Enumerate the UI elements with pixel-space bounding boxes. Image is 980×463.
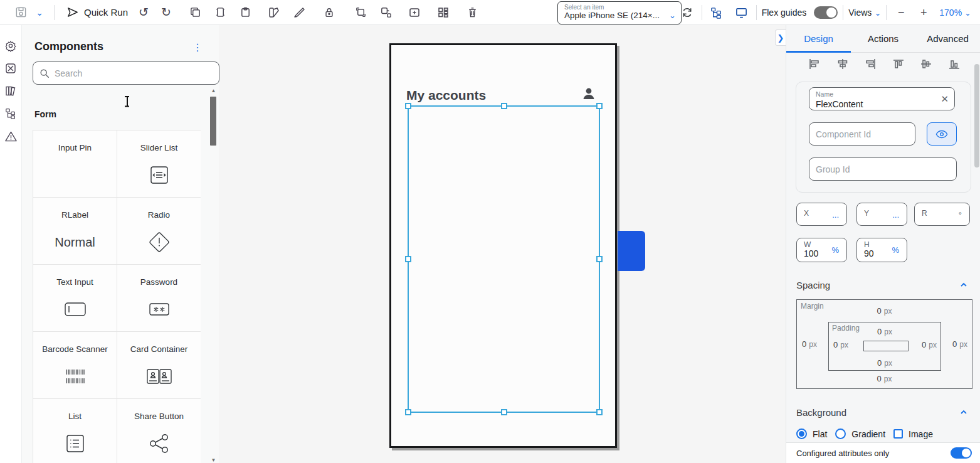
name-input[interactable] (816, 99, 948, 109)
styles-icon[interactable] (265, 3, 283, 22)
component-tile-password[interactable]: Password (117, 264, 201, 331)
spacing-collapse-chevron-icon[interactable] (960, 280, 967, 287)
group-id-input[interactable] (816, 164, 950, 174)
component-tile-barcode-scanner[interactable]: Barcode Scanner (33, 331, 117, 398)
ungroup-icon[interactable] (376, 3, 395, 22)
name-field[interactable]: Name ✕ (809, 87, 955, 110)
resize-handle-s[interactable] (501, 409, 507, 415)
device-selector[interactable]: Select an item Apple iPhone SE (214×... … (557, 1, 682, 24)
lock-icon[interactable] (320, 3, 339, 22)
margin-right-value[interactable]: 0px (952, 339, 967, 349)
margin-bottom-value[interactable]: 0px (877, 374, 892, 383)
group-id-field[interactable] (809, 157, 957, 181)
align-center-vertical-icon[interactable] (919, 58, 933, 70)
align-bottom-icon[interactable] (947, 58, 961, 70)
delete-icon[interactable] (463, 3, 482, 22)
content-box[interactable] (863, 341, 909, 351)
scroll-up-icon[interactable]: ▲ (210, 88, 217, 93)
resize-handle-sw[interactable] (405, 409, 411, 415)
tab-advanced[interactable]: Advanced (915, 25, 980, 52)
align-center-horizontal-icon[interactable] (836, 58, 850, 70)
margin-left-value[interactable]: 0px (802, 339, 817, 349)
component-tile-rlabel[interactable]: RLabel Normal (33, 197, 117, 264)
undo-icon[interactable]: ↺ (134, 3, 153, 22)
resize-handle-w[interactable] (405, 256, 411, 262)
flexcontent-selection-box[interactable] (408, 105, 600, 413)
y-more[interactable]: ... (892, 210, 899, 220)
padding-right-value[interactable]: 0px (922, 340, 937, 349)
x-position-field[interactable]: X ... (796, 203, 847, 226)
tree-view-icon[interactable] (707, 3, 726, 22)
tab-actions[interactable]: Actions (851, 25, 915, 52)
clear-name-icon[interactable]: ✕ (940, 93, 949, 105)
resize-handle-se[interactable] (596, 409, 603, 415)
component-tile-list[interactable]: List (33, 398, 117, 463)
zoom-out-icon[interactable]: − (892, 3, 910, 22)
tab-design[interactable]: Design (786, 25, 851, 52)
views-dropdown[interactable]: Views (848, 8, 872, 18)
resize-handle-nw[interactable] (405, 103, 411, 109)
align-top-icon[interactable] (892, 58, 905, 70)
refresh-icon[interactable] (678, 3, 697, 22)
redo-icon[interactable]: ↻ (157, 3, 176, 22)
flex-guides-toggle[interactable] (814, 6, 838, 19)
components-search-box[interactable] (33, 61, 219, 85)
component-tile-card-container[interactable]: Card Container (117, 331, 201, 398)
user-avatar-icon[interactable] (580, 85, 598, 105)
resize-handle-n[interactable] (501, 103, 507, 109)
image-checkbox[interactable] (893, 429, 903, 439)
copy-icon[interactable] (186, 3, 204, 22)
component-tile-input-pin[interactable]: Input Pin (33, 130, 117, 197)
padding-left-value[interactable]: 0px (833, 340, 848, 349)
align-right-icon[interactable] (863, 58, 877, 70)
zoom-level[interactable]: 170% (939, 8, 962, 18)
add-frame-icon[interactable] (405, 3, 424, 22)
design-canvas[interactable]: My accounts ❯ (219, 25, 786, 463)
library-icon[interactable] (4, 84, 18, 98)
layout-icon[interactable] (434, 3, 453, 22)
padding-bottom-value[interactable]: 0px (877, 358, 892, 368)
warnings-icon[interactable] (4, 129, 18, 143)
background-collapse-chevron-icon[interactable] (960, 407, 967, 415)
inspector-scrollbar-thumb[interactable] (974, 64, 979, 168)
paste-icon[interactable] (236, 3, 255, 22)
y-position-field[interactable]: Y ... (856, 203, 907, 226)
component-tile-radio[interactable]: Radio (117, 197, 201, 264)
scrollbar-thumb[interactable] (210, 97, 216, 146)
align-left-icon[interactable] (808, 58, 821, 70)
component-id-input[interactable] (816, 129, 909, 139)
rotation-field[interactable]: R ° (914, 203, 970, 226)
margin-top-value[interactable]: 0px (877, 306, 892, 316)
width-field[interactable]: W 100 % (796, 238, 847, 262)
offscreen-blue-element[interactable] (618, 231, 645, 271)
settings-gear-icon[interactable] (4, 39, 18, 53)
visibility-eye-button[interactable] (927, 122, 957, 146)
resize-handle-e[interactable] (596, 256, 603, 262)
save-icon[interactable] (11, 3, 30, 22)
h-unit[interactable]: % (892, 245, 899, 255)
height-field[interactable]: H 90 % (856, 238, 907, 262)
zoom-in-icon[interactable]: + (914, 3, 933, 22)
components-scrollbar[interactable]: ▲ ▼ (210, 88, 217, 463)
x-more[interactable]: ... (832, 210, 839, 220)
flat-radio[interactable] (796, 428, 807, 439)
w-unit[interactable]: % (831, 245, 839, 255)
quick-run-button[interactable]: Quick Run (66, 6, 128, 19)
resources-icon[interactable] (4, 61, 18, 75)
component-tile-share-button[interactable]: Share Button (117, 398, 201, 463)
component-tile-text-input[interactable]: Text Input (33, 264, 117, 331)
panel-collapse-chevron-icon[interactable]: ❯ (775, 29, 786, 46)
cut-icon[interactable] (211, 3, 229, 22)
component-tile-slider-list[interactable]: Slider List (117, 130, 201, 197)
brush-icon[interactable] (290, 3, 308, 22)
gradient-radio[interactable] (835, 428, 846, 439)
components-menu-kebab-icon[interactable]: ⋮ (192, 41, 203, 53)
monitor-icon[interactable] (732, 3, 751, 22)
resize-handle-ne[interactable] (596, 103, 603, 109)
save-menu-chevron-icon[interactable]: ⌄ (30, 3, 49, 22)
component-id-field[interactable] (809, 122, 915, 146)
padding-top-value[interactable]: 0px (877, 327, 892, 336)
search-input[interactable] (55, 68, 192, 78)
scroll-down-icon[interactable]: ▼ (210, 457, 217, 463)
group-icon[interactable] (351, 3, 370, 22)
